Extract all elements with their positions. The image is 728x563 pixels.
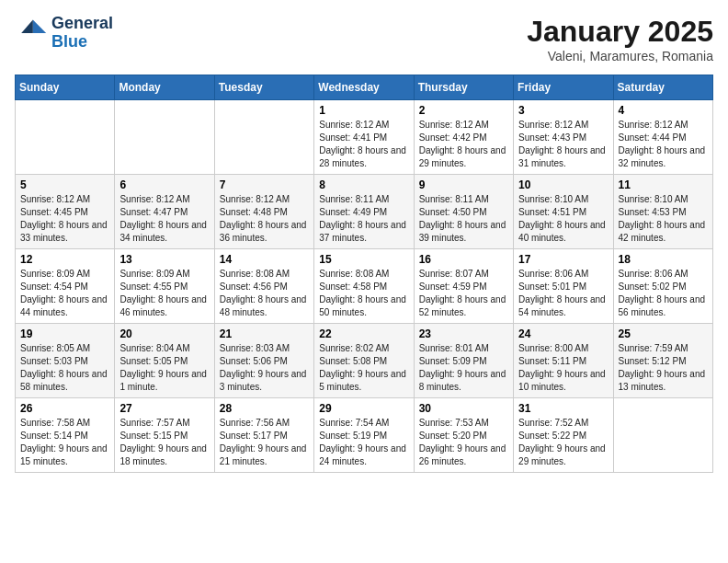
calendar-day-cell: 17Sunrise: 8:06 AMSunset: 5:01 PMDayligh… [514,249,613,324]
calendar-day-cell: 2Sunrise: 8:12 AMSunset: 4:42 PMDaylight… [414,100,513,175]
calendar-day-cell: 23Sunrise: 8:01 AMSunset: 5:09 PMDayligh… [414,324,513,398]
day-number: 22 [319,327,408,340]
page-header: General Blue January 2025 Valeni, Maramu… [15,15,713,63]
day-number: 14 [220,253,309,266]
calendar-week-row: 19Sunrise: 8:05 AMSunset: 5:03 PMDayligh… [16,324,713,398]
logo-blue-text: Blue [51,32,87,51]
day-number: 25 [619,327,708,340]
calendar-day-cell: 30Sunrise: 7:53 AMSunset: 5:20 PMDayligh… [414,398,513,473]
day-number: 9 [419,178,508,191]
calendar-day-cell: 7Sunrise: 8:12 AMSunset: 4:48 PMDaylight… [214,175,313,249]
day-info: Sunrise: 7:54 AMSunset: 5:19 PMDaylight:… [319,417,408,468]
calendar-day-cell: 21Sunrise: 8:03 AMSunset: 5:06 PMDayligh… [214,324,313,398]
day-number: 20 [119,327,209,340]
calendar-week-row: 1Sunrise: 8:12 AMSunset: 4:41 PMDaylight… [16,100,713,175]
calendar-day-cell [214,100,313,175]
day-info: Sunrise: 7:53 AMSunset: 5:20 PMDaylight:… [419,417,508,468]
day-number: 16 [419,253,508,266]
day-number: 28 [220,402,309,415]
calendar-day-cell: 9Sunrise: 8:11 AMSunset: 4:50 PMDaylight… [414,175,513,249]
day-number: 19 [20,327,109,340]
day-number: 17 [518,253,608,266]
day-info: Sunrise: 8:07 AMSunset: 4:59 PMDaylight:… [419,268,508,319]
weekday-header-cell: Friday [514,75,613,100]
day-info: Sunrise: 8:12 AMSunset: 4:45 PMDaylight:… [20,193,109,245]
calendar-day-cell: 13Sunrise: 8:09 AMSunset: 4:55 PMDayligh… [115,249,214,324]
day-info: Sunrise: 8:12 AMSunset: 4:41 PMDaylight:… [319,119,408,170]
day-info: Sunrise: 7:52 AMSunset: 5:22 PMDaylight:… [518,417,608,468]
day-info: Sunrise: 8:12 AMSunset: 4:44 PMDaylight:… [619,119,708,170]
calendar-day-cell: 19Sunrise: 8:05 AMSunset: 5:03 PMDayligh… [16,324,115,398]
day-number: 31 [518,402,608,415]
day-info: Sunrise: 8:12 AMSunset: 4:42 PMDaylight:… [419,119,508,170]
day-info: Sunrise: 7:59 AMSunset: 5:12 PMDaylight:… [619,342,708,394]
day-info: Sunrise: 8:12 AMSunset: 4:47 PMDaylight:… [119,193,209,245]
day-info: Sunrise: 8:09 AMSunset: 4:54 PMDaylight:… [20,268,109,319]
day-info: Sunrise: 7:58 AMSunset: 5:14 PMDaylight:… [20,417,109,468]
weekday-header-cell: Sunday [16,75,115,100]
calendar-week-row: 12Sunrise: 8:09 AMSunset: 4:54 PMDayligh… [16,249,713,324]
calendar-day-cell: 29Sunrise: 7:54 AMSunset: 5:19 PMDayligh… [314,398,414,473]
calendar-day-cell: 1Sunrise: 8:12 AMSunset: 4:41 PMDaylight… [314,100,414,175]
calendar-day-cell: 25Sunrise: 7:59 AMSunset: 5:12 PMDayligh… [613,324,712,398]
day-number: 18 [619,253,708,266]
day-info: Sunrise: 8:08 AMSunset: 4:58 PMDaylight:… [319,268,408,319]
calendar-day-cell: 28Sunrise: 7:56 AMSunset: 5:17 PMDayligh… [214,398,313,473]
calendar-day-cell: 20Sunrise: 8:04 AMSunset: 5:05 PMDayligh… [115,324,214,398]
calendar-day-cell: 11Sunrise: 8:10 AMSunset: 4:53 PMDayligh… [613,175,712,249]
svg-marker-1 [21,19,33,32]
day-info: Sunrise: 8:05 AMSunset: 5:03 PMDaylight:… [20,342,109,394]
calendar-day-cell: 15Sunrise: 8:08 AMSunset: 4:58 PMDayligh… [314,249,414,324]
day-number: 24 [518,327,608,340]
calendar-day-cell: 18Sunrise: 8:06 AMSunset: 5:02 PMDayligh… [613,249,712,324]
day-info: Sunrise: 8:12 AMSunset: 4:48 PMDaylight:… [220,193,309,245]
day-number: 15 [319,253,408,266]
day-info: Sunrise: 8:06 AMSunset: 5:01 PMDaylight:… [518,268,608,319]
calendar-day-cell: 5Sunrise: 8:12 AMSunset: 4:45 PMDaylight… [16,175,115,249]
day-info: Sunrise: 8:03 AMSunset: 5:06 PMDaylight:… [220,342,309,394]
calendar-day-cell: 26Sunrise: 7:58 AMSunset: 5:14 PMDayligh… [16,398,115,473]
weekday-header-cell: Wednesday [314,75,414,100]
day-info: Sunrise: 8:08 AMSunset: 4:56 PMDaylight:… [220,268,309,319]
weekday-header-cell: Monday [115,75,214,100]
day-info: Sunrise: 8:01 AMSunset: 5:09 PMDaylight:… [419,342,508,394]
weekday-header-cell: Saturday [613,75,712,100]
day-number: 11 [619,178,708,191]
calendar-week-row: 26Sunrise: 7:58 AMSunset: 5:14 PMDayligh… [16,398,713,473]
calendar-day-cell: 14Sunrise: 8:08 AMSunset: 4:56 PMDayligh… [214,249,313,324]
day-info: Sunrise: 8:10 AMSunset: 4:53 PMDaylight:… [619,193,708,245]
weekday-header-cell: Thursday [414,75,513,100]
day-info: Sunrise: 8:11 AMSunset: 4:50 PMDaylight:… [419,193,508,245]
day-info: Sunrise: 8:02 AMSunset: 5:08 PMDaylight:… [319,342,408,394]
title-block: January 2025 Valeni, Maramures, Romania [527,15,713,63]
day-number: 30 [419,402,508,415]
day-number: 5 [20,178,109,191]
day-number: 1 [319,104,408,117]
day-number: 10 [518,178,608,191]
calendar-day-cell: 10Sunrise: 8:10 AMSunset: 4:51 PMDayligh… [514,175,613,249]
day-number: 12 [20,253,109,266]
day-number: 6 [119,178,209,191]
calendar-day-cell: 12Sunrise: 8:09 AMSunset: 4:54 PMDayligh… [16,249,115,324]
day-number: 27 [119,402,209,415]
logo-general-text: General [51,14,113,32]
calendar-day-cell [613,398,712,473]
calendar-day-cell: 27Sunrise: 7:57 AMSunset: 5:15 PMDayligh… [115,398,214,473]
day-number: 3 [518,104,608,117]
calendar-day-cell: 16Sunrise: 8:07 AMSunset: 4:59 PMDayligh… [414,249,513,324]
day-number: 8 [319,178,408,191]
calendar-table: SundayMondayTuesdayWednesdayThursdayFrid… [15,75,713,473]
day-info: Sunrise: 8:09 AMSunset: 4:55 PMDaylight:… [119,268,209,319]
day-number: 29 [319,402,408,415]
svg-marker-0 [33,19,46,32]
weekday-header-cell: Tuesday [214,75,313,100]
calendar-day-cell [16,100,115,175]
day-number: 26 [20,402,109,415]
calendar-week-row: 5Sunrise: 8:12 AMSunset: 4:45 PMDaylight… [16,175,713,249]
calendar-day-cell: 24Sunrise: 8:00 AMSunset: 5:11 PMDayligh… [514,324,613,398]
weekday-header-row: SundayMondayTuesdayWednesdayThursdayFrid… [16,75,713,100]
calendar-day-cell: 22Sunrise: 8:02 AMSunset: 5:08 PMDayligh… [314,324,414,398]
calendar-subtitle: Valeni, Maramures, Romania [527,49,713,63]
day-info: Sunrise: 8:04 AMSunset: 5:05 PMDaylight:… [119,342,209,394]
day-info: Sunrise: 8:11 AMSunset: 4:49 PMDaylight:… [319,193,408,245]
